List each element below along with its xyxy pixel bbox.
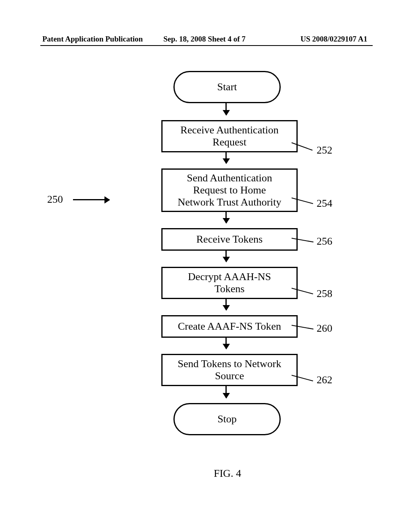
flow-step-number: 252 bbox=[317, 144, 332, 156]
figure-label: FIG. 4 bbox=[214, 468, 241, 480]
flow-step-260: Create AAAF-NS Token bbox=[161, 315, 298, 338]
arrow-icon bbox=[225, 337, 227, 349]
flow-step-label: Send Authentication Request to Home Netw… bbox=[177, 172, 281, 208]
arrow-icon bbox=[225, 249, 227, 262]
header-center: Sep. 18, 2008 Sheet 4 of 7 bbox=[163, 35, 246, 44]
header-right: US 2008/0229107 A1 bbox=[300, 35, 367, 44]
arrow-icon bbox=[225, 211, 227, 223]
flow-start-label: Start bbox=[217, 81, 237, 93]
flow-step-262: Send Tokens to Network Source bbox=[161, 354, 298, 386]
flow-stop: Stop bbox=[173, 403, 281, 435]
flow-step-label: Send Tokens to Network Source bbox=[178, 358, 282, 382]
flow-step-258: Decrypt AAAH-NS Tokens bbox=[161, 267, 298, 299]
flow-step-number: 262 bbox=[317, 374, 332, 386]
arrow-icon bbox=[225, 298, 227, 310]
flow-reference-number: 250 bbox=[47, 193, 63, 206]
flow-step-label: Receive Authentication Request bbox=[180, 124, 278, 148]
flow-step-label: Create AAAF-NS Token bbox=[178, 320, 281, 332]
arrow-icon bbox=[225, 102, 227, 115]
flow-step-254: Send Authentication Request to Home Netw… bbox=[161, 168, 298, 212]
flow-stop-label: Stop bbox=[217, 413, 237, 425]
flow-step-number: 254 bbox=[317, 197, 332, 210]
flow-step-number: 258 bbox=[317, 288, 332, 300]
arrow-right-icon bbox=[73, 199, 109, 200]
header-left: Patent Application Publication bbox=[42, 35, 143, 44]
flow-step-label: Receive Tokens bbox=[196, 233, 263, 245]
flow-step-number: 256 bbox=[317, 235, 332, 247]
flow-start: Start bbox=[173, 71, 281, 103]
flow-step-label: Decrypt AAAH-NS Tokens bbox=[188, 271, 271, 295]
header-rule bbox=[40, 45, 373, 46]
flow-step-256: Receive Tokens bbox=[161, 228, 298, 251]
flow-step-number: 260 bbox=[317, 322, 332, 335]
flow-step-252: Receive Authentication Request bbox=[161, 120, 298, 152]
arrow-icon bbox=[225, 151, 227, 163]
arrow-icon bbox=[225, 385, 227, 398]
